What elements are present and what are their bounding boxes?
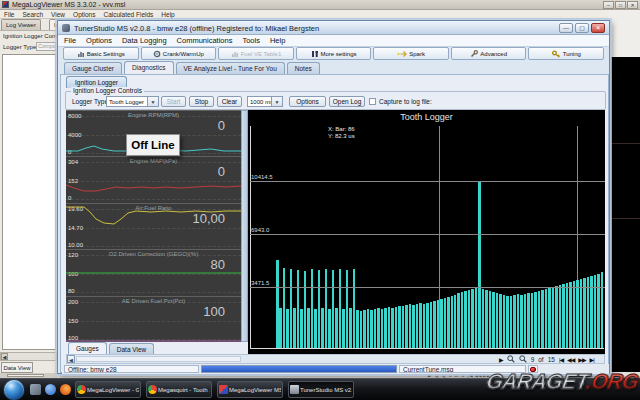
- tab-notes[interactable]: Notes: [287, 62, 320, 74]
- chart-y-tick-label: 3471.5: [251, 280, 269, 286]
- menu-item-options[interactable]: Options: [86, 36, 112, 45]
- firefox-icon[interactable]: [60, 384, 71, 395]
- gauge-scrollbar[interactable]: [241, 110, 248, 342]
- interval-combo[interactable]: 1000 ms ▼: [247, 96, 283, 107]
- tab-diagnostics[interactable]: Diagnostics: [124, 61, 174, 74]
- sidebar-tab-log-viewer[interactable]: Log Viewer: [1, 19, 41, 30]
- menu-item-help[interactable]: Help: [161, 11, 174, 18]
- close-icon[interactable]: ✕: [627, 1, 638, 9]
- gauge-icon: [231, 50, 239, 58]
- tunerstudio-app-icon: [62, 24, 70, 32]
- show-desktop-icon[interactable]: [30, 384, 41, 395]
- scrollbar-track[interactable]: [76, 356, 241, 362]
- ts-icon: [290, 385, 299, 394]
- sidebar-scrollbar[interactable]: [0, 352, 57, 361]
- taskbar-button-megalogviewer-g-[interactable]: MegaLogViewer - G...: [75, 381, 141, 398]
- zoom-in-icon[interactable]: [507, 355, 515, 363]
- menu-item-view[interactable]: View: [51, 11, 65, 18]
- spark-icon: [397, 50, 407, 58]
- options-button[interactable]: Options: [289, 96, 326, 107]
- gauge-strip-ae-driven-fuel-pct-pct-: AE Driven Fuel Pct(Pct)200150100100: [66, 296, 241, 342]
- chevron-down-icon[interactable]: ▼: [147, 97, 158, 106]
- offline-indicator: Off Line: [126, 134, 180, 156]
- tunerstudio-tabs: Gauge ClusterDiagnosticsVE Analyze Live!…: [60, 61, 609, 74]
- gauge-strip-o2-driven-correction-gego-: O2 Driven Correction (GEGO)(%)1201008080: [66, 249, 241, 295]
- megalogviewer-dataview-tab[interactable]: Data View: [1, 362, 33, 373]
- open-log-button[interactable]: Open Log: [329, 96, 365, 107]
- progress-bar: [201, 365, 397, 373]
- tuning-button[interactable]: Tuning: [528, 47, 604, 60]
- next-page-icon[interactable]: ▶▶: [578, 356, 585, 363]
- pager-of: of: [538, 356, 543, 363]
- close-icon[interactable]: ✕: [591, 23, 605, 33]
- tab-data-view[interactable]: Data View: [109, 343, 155, 354]
- menu-item-file[interactable]: File: [64, 36, 76, 45]
- stop-button[interactable]: Stop: [189, 96, 214, 107]
- connection-status: Offline: bmw e28: [64, 365, 199, 373]
- maximize-icon[interactable]: ▢: [575, 23, 589, 33]
- play-icon[interactable]: ▶: [499, 356, 503, 363]
- tab-gauges[interactable]: Gauges: [68, 342, 107, 354]
- logger-type-label: Logger Type:: [72, 98, 110, 105]
- capture-checkbox[interactable]: [369, 98, 376, 105]
- desktop: MegaLogViewer MS 3.3.02 - vvv.msl – □ ✕ …: [0, 0, 640, 400]
- menu-item-communications[interactable]: Communications: [177, 36, 233, 45]
- group-label: Ignition Logger Controls: [71, 87, 144, 94]
- menu-item-data-logging[interactable]: Data Logging: [122, 36, 167, 45]
- prev-page-icon[interactable]: ◀◀: [567, 356, 574, 363]
- chrome-icon: [77, 385, 86, 394]
- more-settings-button[interactable]: More settings: [296, 47, 372, 60]
- clear-button[interactable]: Clear: [217, 96, 242, 107]
- taskbar-button-tunerstudio-ms-v2-[interactable]: TunerStudio MS v2...: [288, 381, 354, 398]
- chart-y-tick-label: 6943.0: [251, 227, 269, 233]
- logger-type-combo[interactable]: Tooth Logger ▼: [106, 96, 159, 107]
- spark-button[interactable]: Spark: [373, 47, 449, 60]
- menu-item-search[interactable]: Search: [22, 11, 43, 18]
- tunerstudio-title: TunerStudio MS v2.0.8 - bmw e28 (offline…: [74, 24, 319, 33]
- tab-ve-analyze-live-tune-for-you[interactable]: VE Analyze Live! - Tune For You: [176, 62, 285, 74]
- chart-gridline-h: [250, 181, 605, 182]
- start-button[interactable]: Start: [161, 96, 186, 107]
- garaget-watermark: GARAGET.ORG: [484, 370, 640, 400]
- megalogviewer-graph-area: [611, 57, 640, 372]
- zoom-out-icon[interactable]: [519, 355, 527, 363]
- chevron-down-icon[interactable]: ▼: [271, 97, 282, 106]
- tunerstudio-menubar: FileOptionsData LoggingCommunicationsToo…: [58, 35, 609, 47]
- pager-total: 15: [548, 356, 555, 363]
- app-icon[interactable]: [45, 384, 56, 395]
- last-page-icon[interactable]: ▶|: [590, 356, 594, 363]
- sidebar-logger-type-label: Logger Type:: [3, 44, 38, 50]
- gauge-trace: [66, 204, 241, 249]
- minimize-icon[interactable]: —: [559, 23, 573, 33]
- start-button[interactable]: [4, 380, 24, 400]
- minimize-icon[interactable]: –: [603, 1, 614, 9]
- chrome-icon: [148, 385, 157, 394]
- sidebar-logger-type-combo[interactable]: Composite: [36, 42, 56, 51]
- megalogviewer-app-icon: [2, 1, 9, 8]
- maximize-icon[interactable]: □: [615, 1, 626, 9]
- scroll-left-icon[interactable]: ◀: [1, 353, 8, 360]
- menu-item-options[interactable]: Options: [73, 11, 95, 18]
- chart-cursor-info: X: Bar: 86 Y: 82.3 us: [328, 126, 355, 140]
- tunerstudio-titlebar[interactable]: TunerStudio MS v2.0.8 - bmw e28 (offline…: [58, 21, 609, 35]
- menu-item-file[interactable]: File: [4, 11, 14, 18]
- crank-warmup-button[interactable]: Crank/WarmUp: [141, 47, 217, 60]
- sidebar-list[interactable]: [2, 54, 56, 350]
- menu-item-help[interactable]: Help: [270, 36, 285, 45]
- scroll-left-icon[interactable]: ◀: [67, 355, 75, 363]
- scrollbar-thumb[interactable]: [7, 374, 44, 377]
- gauge-strip-engine-map-kpa-: Engine MAP(kPa)30415200: [66, 156, 241, 202]
- graph-gridline: [611, 143, 640, 144]
- wrench-icon: [470, 50, 478, 58]
- first-page-icon[interactable]: |◀: [559, 356, 563, 363]
- advanced-button[interactable]: Advanced: [451, 47, 527, 60]
- basic-settings-button[interactable]: Basic Settings: [63, 47, 139, 60]
- taskbar-button-megasquirt-tooth-[interactable]: Megasquirt - Tooth ...: [146, 381, 212, 398]
- menu-item-calculated-fields[interactable]: Calculated Fields: [103, 11, 153, 18]
- menu-item-tools[interactable]: Tools: [242, 36, 260, 45]
- tab-gauge-cluster[interactable]: Gauge Cluster: [64, 62, 122, 74]
- watermark-suffix: .ORG: [585, 370, 640, 393]
- taskbar-button-megalogviewer-ms-[interactable]: MegaLogViewer MS...: [217, 381, 283, 398]
- taskbar-buttons: MegaLogViewer - G...Megasquirt - Tooth .…: [75, 381, 354, 398]
- megalogviewer-titlebar[interactable]: MegaLogViewer MS 3.3.02 - vvv.msl: [0, 0, 640, 10]
